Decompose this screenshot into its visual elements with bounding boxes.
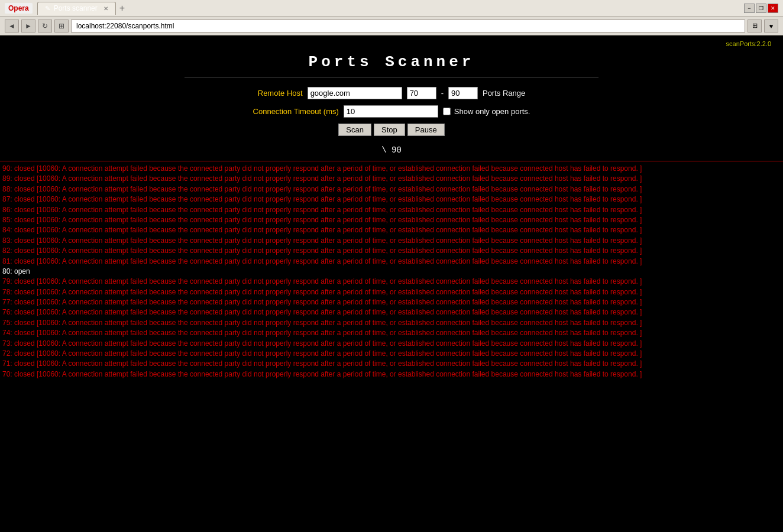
home-button[interactable]: ⊞ (54, 20, 69, 33)
results-area: 90: closed [10060: A connection attempt … (0, 164, 783, 379)
tab-icon: ✎ (45, 5, 50, 12)
browser-tabs: ✎ Ports scanner ✕ + (37, 0, 128, 16)
timeout-input[interactable] (344, 105, 438, 118)
result-line: 90: closed [10060: A connection attempt … (2, 164, 781, 174)
toolbar-right: ⊞ ♥ (748, 20, 778, 33)
result-line: 71: closed [10060: A connection attempt … (2, 359, 781, 369)
result-line: 72: closed [10060: A connection attempt … (2, 349, 781, 359)
button-row: Scan Stop Pause (0, 124, 783, 136)
minimize-button[interactable]: − (744, 4, 755, 13)
result-line: 82: closed [10060: A connection attempt … (2, 246, 781, 256)
result-line: 73: closed [10060: A connection attempt … (2, 339, 781, 349)
result-line: 74: closed [10060: A connection attempt … (2, 328, 781, 338)
reload-button[interactable]: ↻ (38, 20, 52, 33)
form-row-1: Remote Host - Ports Range (0, 87, 783, 99)
bookmark-icon-button[interactable]: ♥ (764, 20, 778, 33)
result-line: 87: closed [10060: A connection attempt … (2, 194, 781, 205)
back-button[interactable]: ◄ (5, 20, 19, 33)
result-line: 75: closed [10060: A connection attempt … (2, 318, 781, 328)
browser-titlebar: Opera ✎ Ports scanner ✕ + − ❐ ✕ (0, 0, 783, 17)
show-open-label: Show only open ports. (454, 107, 530, 116)
port-to-input[interactable] (448, 87, 478, 99)
results-divider (0, 161, 783, 161)
title-divider (185, 77, 598, 77)
progress-area: \ 90 (0, 145, 783, 155)
timeout-label: Connection Timeout (ms) (253, 107, 339, 116)
stop-button[interactable]: Stop (374, 124, 405, 136)
page-content: scanPorts:2.2.0 Ports Scanner Remote Hos… (0, 35, 783, 532)
tab-close-btn[interactable]: ✕ (103, 5, 108, 12)
address-text: localhost:22080/scanports.html (76, 22, 174, 30)
ports-range-label: Ports Range (483, 89, 525, 98)
version-link[interactable]: scanPorts:2.2.0 (726, 40, 771, 47)
result-line: 85: closed [10060: A connection attempt … (2, 215, 781, 225)
page-title: Ports Scanner (0, 53, 783, 71)
window-controls: − ❐ ✕ (744, 4, 778, 13)
close-button[interactable]: ✕ (768, 4, 778, 13)
result-line: 70: closed [10060: A connection attempt … (2, 369, 781, 379)
browser-chrome: Opera ✎ Ports scanner ✕ + − ❐ ✕ ◄ ► ↻ ⊞ … (0, 0, 783, 35)
form-area: Remote Host - Ports Range Connection Tim… (0, 87, 783, 136)
result-line: 83: closed [10060: A connection attempt … (2, 236, 781, 246)
remote-host-label: Remote Host (258, 89, 303, 98)
result-line: 79: closed [10060: A connection attempt … (2, 277, 781, 287)
result-line: 77: closed [10060: A connection attempt … (2, 297, 781, 307)
result-line: 76: closed [10060: A connection attempt … (2, 307, 781, 317)
grid-icon-button[interactable]: ⊞ (748, 20, 762, 33)
remote-host-input[interactable] (308, 87, 402, 99)
result-line: 86: closed [10060: A connection attempt … (2, 205, 781, 215)
form-row-2: Connection Timeout (ms) Show only open p… (0, 105, 783, 118)
pause-button[interactable]: Pause (407, 124, 445, 136)
show-open-row: Show only open ports. (443, 107, 530, 116)
restore-button[interactable]: ❐ (756, 4, 766, 13)
address-bar[interactable]: localhost:22080/scanports.html (71, 20, 745, 33)
progress-text: \ 90 (381, 145, 402, 155)
result-line: 81: closed [10060: A connection attempt … (2, 257, 781, 267)
browser-toolbar: ◄ ► ↻ ⊞ localhost:22080/scanports.html ⊞… (0, 17, 783, 35)
result-line: 88: closed [10060: A connection attempt … (2, 184, 781, 194)
result-line: 84: closed [10060: A connection attempt … (2, 225, 781, 235)
result-line: 80: open (2, 267, 781, 277)
port-dash-separator: - (441, 89, 444, 98)
tab-title: Ports scanner (54, 4, 98, 12)
result-line: 78: closed [10060: A connection attempt … (2, 287, 781, 297)
result-line: 89: closed [10060: A connection attempt … (2, 174, 781, 184)
forward-button[interactable]: ► (21, 20, 35, 33)
new-tab-button[interactable]: + (116, 3, 128, 14)
port-from-input[interactable] (407, 87, 436, 99)
browser-logo: Opera (5, 3, 33, 14)
active-tab[interactable]: ✎ Ports scanner ✕ (37, 2, 116, 15)
scan-button[interactable]: Scan (338, 124, 371, 136)
show-open-checkbox[interactable] (443, 108, 451, 115)
